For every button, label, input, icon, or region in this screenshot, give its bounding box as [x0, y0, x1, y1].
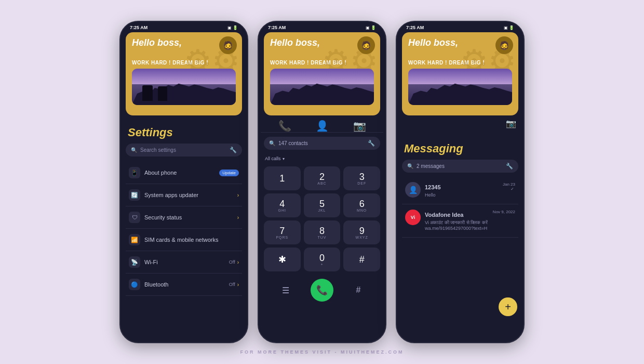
status-bar-1: 7:25 AM ▣ 🔋: [120, 22, 247, 32]
phones-container: 7:25 AM ▣ 🔋 Hello boss, 🧔 ⚙⚙ WORK HARD !…: [119, 21, 525, 343]
dial-key-8[interactable]: 8 TUV: [304, 220, 341, 244]
status-icons-2: ▣ 🔋: [366, 25, 376, 30]
msg-name-vodafone: Vodafone Idea: [425, 212, 463, 218]
phone-dialer: 7:25 AM ▣ 🔋 Hello boss, 🧔 ⚙⚙ WORK HARD !…: [258, 21, 386, 343]
dial-key-num-star: ✱: [278, 255, 286, 264]
msg-avatar-12345: 👤: [405, 182, 421, 198]
dial-key-letters-3: DEF: [357, 181, 366, 185]
wifi-icon: 📡: [129, 256, 140, 268]
dial-key-num-8: 8: [319, 226, 325, 236]
settings-item-sim[interactable]: 📶 SIM cards & mobile networks: [126, 229, 242, 251]
msg-avatar-vodafone: Vi: [405, 210, 421, 225]
settings-item-wifi[interactable]: 📡 Wi-Fi Off ›: [126, 251, 242, 274]
call-button[interactable]: 📞: [311, 279, 333, 302]
msg-body-12345: 12345 Hello: [425, 182, 503, 199]
messaging-title: Messaging: [404, 142, 516, 155]
dial-key-num-7: 7: [279, 226, 285, 236]
bluetooth-arrow: ›: [237, 282, 239, 288]
tab-phone-icon[interactable]: 📞: [278, 120, 291, 132]
phone-messaging: 7:25 AM ▣ 🔋 Hello boss, 🧔 ⚙⚙ WORK HARD !…: [396, 21, 525, 343]
dial-key-num-4: 4: [279, 199, 285, 209]
dial-key-3[interactable]: 3 DEF: [343, 166, 380, 190]
phone-settings: 7:25 AM ▣ 🔋 Hello boss, 🧔 ⚙⚙ WORK HARD !…: [119, 21, 248, 343]
dial-key-letters-0: +: [320, 263, 323, 266]
dial-key-letters-9: WXYZ: [356, 236, 368, 239]
figure-decoration-2: [158, 86, 167, 101]
settings-item-security[interactable]: 🛡 Security status ›: [126, 206, 242, 229]
status-time-2: 7:25 AM: [268, 25, 286, 30]
bluetooth-value: Off: [229, 282, 235, 287]
dial-key-1[interactable]: 1: [264, 166, 301, 190]
battery-icon-2: ▣ 🔋: [366, 25, 376, 30]
banner-image-1: [132, 69, 236, 105]
compose-fab-button[interactable]: +: [499, 297, 517, 316]
bluetooth-icon: 🔵: [129, 279, 140, 290]
dial-key-letters-4: GHI: [278, 209, 286, 212]
msg-preview-12345: Hello: [425, 192, 503, 199]
about-phone-badge: Update: [219, 170, 239, 176]
contacts-search-icon: 🔍: [269, 140, 275, 146]
msg-meta-vodafone: Nov 9, 2022: [493, 210, 515, 214]
wifi-label: Wi-Fi: [144, 259, 229, 265]
camera-icon[interactable]: 📷: [506, 119, 516, 128]
calls-filter-arrow: ▾: [283, 157, 285, 161]
battery-icon-3: ▣ 🔋: [504, 25, 514, 30]
settings-item-bluetooth[interactable]: 🔵 Bluetooth Off ›: [126, 274, 242, 296]
banner-image-2: [270, 69, 374, 105]
dial-bottom-bar: ☰ 📞 #: [259, 275, 385, 308]
status-icons-3: ▣ 🔋: [504, 25, 514, 30]
dial-key-2[interactable]: 2 ABC: [304, 166, 341, 190]
contacts-wrench-icon: 🔧: [368, 140, 375, 147]
phone-app-tabs: 📞 👤 📷: [261, 115, 383, 133]
dial-key-star[interactable]: ✱: [264, 248, 301, 271]
settings-item-about-phone[interactable]: 📱 About phone Update: [126, 162, 242, 184]
header-banner-3: Hello boss, 🧔 ⚙⚙ WORK HARD ! DREAM BIG !: [402, 32, 518, 115]
dial-key-6[interactable]: 6 MNO: [343, 193, 380, 217]
dial-key-num-5: 5: [319, 199, 325, 209]
msg-search-icon: 🔍: [407, 163, 413, 169]
dial-key-0[interactable]: 0 +: [304, 248, 341, 271]
about-phone-label: About phone: [144, 170, 217, 176]
dial-key-7[interactable]: 7 PQRS: [264, 220, 301, 244]
menu-button[interactable]: ☰: [277, 282, 294, 298]
dial-key-5[interactable]: 5 JKL: [304, 193, 341, 217]
status-icons-1: ▣ 🔋: [227, 25, 238, 30]
header-banner-2: Hello boss, 🧔 ⚙⚙ WORK HARD ! DREAM BIG !: [264, 32, 380, 115]
keypad-button[interactable]: #: [350, 282, 367, 298]
status-bar-2: 7:25 AM ▣ 🔋: [259, 22, 385, 32]
about-phone-icon: 📱: [129, 167, 140, 178]
messaging-search-bar[interactable]: 🔍 2 messages 🔧: [402, 160, 518, 173]
msg-body-vodafone: Vodafone Idea Vi अकाउंट की जानकारी से क्…: [425, 210, 493, 232]
tab-camera-icon[interactable]: 📷: [353, 120, 366, 132]
dial-key-num-2: 2: [319, 172, 325, 181]
message-item-vodafone[interactable]: Vi Vodafone Idea Vi अकाउंट की जानकारी से…: [402, 204, 518, 238]
contacts-search-bar[interactable]: 🔍 147 contacts 🔧: [264, 137, 380, 150]
watermark-text: FOR MORE THEMES VISIT - MIUITHEMEZ.COM: [0, 349, 644, 355]
dial-key-4[interactable]: 4 GHI: [264, 193, 301, 217]
settings-title: Settings: [128, 126, 240, 139]
call-icon: 📞: [316, 284, 328, 296]
calls-filter[interactable]: All calls ▾: [259, 154, 385, 163]
contacts-count-text: 147 contacts: [278, 140, 368, 146]
settings-item-system-apps[interactable]: 🔄 System apps updater ›: [126, 184, 242, 206]
battery-icon-1: ▣ 🔋: [227, 25, 238, 30]
dial-key-num-6: 6: [359, 199, 365, 209]
msg-meta-12345: Jan 23 ✓: [503, 182, 515, 191]
dial-key-num-0: 0: [319, 253, 325, 263]
status-time-1: 7:25 AM: [130, 25, 147, 30]
system-apps-arrow: ›: [237, 192, 239, 198]
dial-key-9[interactable]: 9 WXYZ: [343, 220, 380, 244]
tab-contacts-icon[interactable]: 👤: [316, 120, 329, 132]
system-apps-label: System apps updater: [144, 192, 237, 198]
search-placeholder-1: Search settings: [140, 147, 230, 153]
msg-time-vodafone: Nov 9, 2022: [493, 210, 515, 214]
dial-pad: 1 2 ABC 3 DEF 4 GHI 5 JKL 6 MNO: [259, 163, 385, 275]
banner-image-3: [408, 69, 512, 105]
msg-preview-vodafone: Vi अकाउंट की जानकारी से क्लिक करें wa.me…: [425, 220, 493, 232]
dial-key-hash[interactable]: #: [343, 248, 380, 271]
msg-check-12345: ✓: [511, 187, 514, 191]
bluetooth-label: Bluetooth: [144, 281, 229, 288]
msg-time-12345: Jan 23: [503, 182, 515, 187]
settings-search-bar[interactable]: 🔍 Search settings 🔧: [126, 144, 242, 157]
message-item-12345[interactable]: 👤 12345 Hello Jan 23 ✓: [402, 177, 518, 204]
